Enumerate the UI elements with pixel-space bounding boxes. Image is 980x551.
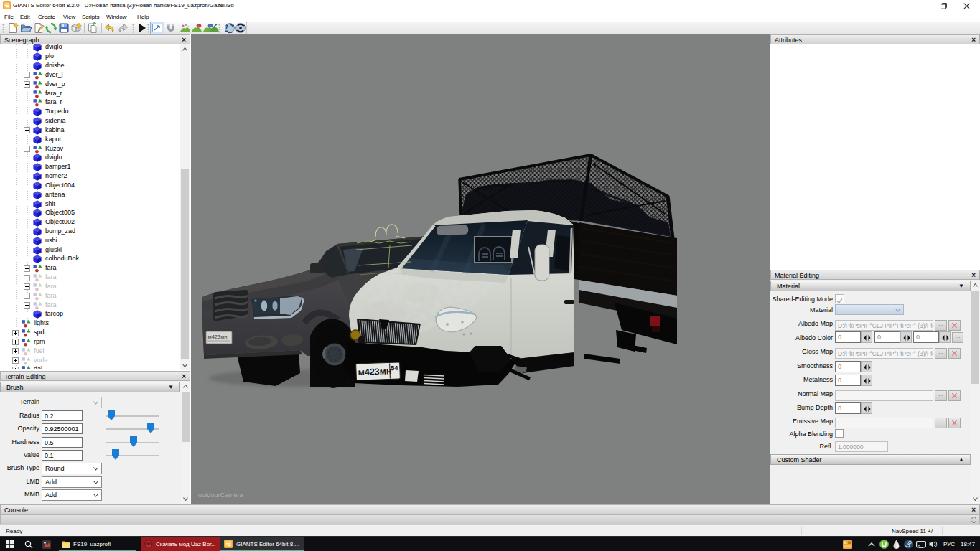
svg-text:м423мн: м423мн [358,366,391,377]
svg-text:м423мн: м423мн [208,334,228,340]
svg-text:54: 54 [391,364,398,372]
